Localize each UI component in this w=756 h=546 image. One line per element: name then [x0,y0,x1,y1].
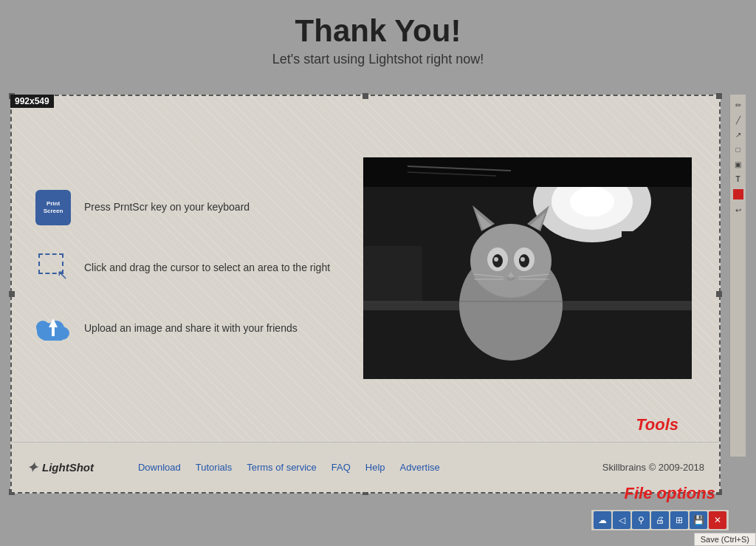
step-upload: Upload an image and share it with your f… [34,310,343,348]
steps-panel: PrintScreen Press PrntScr key on your ke… [34,111,357,426]
handle-mid-left[interactable] [9,291,15,297]
cloud-upload-icon [34,310,72,348]
fo-save-btn[interactable]: 💾 [690,511,707,529]
color-picker-red[interactable] [733,189,743,199]
page-title: Thank You! [0,13,756,49]
cursor-arrow-icon: ↖ [57,267,68,283]
step3-text: Upload an image and share it with your f… [84,321,298,336]
footer-link-download[interactable]: Download [138,462,181,473]
printscreen-icon: PrintScreen [34,188,72,227]
svg-point-19 [470,224,551,298]
blur-tool-btn[interactable]: ▣ [732,158,744,170]
handle-top-mid[interactable] [362,93,368,99]
step-select: ↖ Click and drag the cursor to select an… [34,249,343,287]
tools-label: Tools [636,415,678,434]
fo-upload-btn[interactable]: ☁ [594,511,611,529]
step2-text: Click and drag the cursor to select an a… [84,261,330,276]
line-tool-btn[interactable]: ╱ [732,114,744,126]
footer-logo: ✦ LightShot [27,460,94,476]
footer-logo-text: LightShot [42,461,94,474]
cat-image-panel [357,111,697,426]
footer-link-advertise[interactable]: Advertise [400,462,440,473]
selection-box-icon: ↖ [35,250,71,286]
text-tool-btn[interactable]: T [732,173,744,185]
footer-bar: ✦ LightShot Download Tutorials Terms of … [12,442,719,492]
footer-link-tutorials[interactable]: Tutorials [196,462,232,473]
footer-link-faq[interactable]: FAQ [331,462,351,473]
footer-nav: Download Tutorials Terms of service FAQ … [138,462,440,473]
frame-content: PrintScreen Press PrntScr key on your ke… [12,96,719,440]
printscreen-label: PrintScreen [44,200,63,216]
undo-tool-btn[interactable]: ↩ [732,204,744,216]
save-hint: Save (Ctrl+S) [694,533,756,546]
svg-point-29 [520,257,525,262]
handle-top-right[interactable] [716,93,722,99]
cat-scene-svg [363,157,692,379]
fo-close-btn[interactable]: ✕ [709,511,726,529]
page-subtitle: Let's start using Lightshot right now! [0,52,756,67]
svg-point-28 [494,257,498,262]
arrow-tool-btn[interactable]: ↗ [732,129,744,140]
right-toolbar: ✏ ╱ ↗ □ ▣ T ↩ [729,95,746,457]
fo-share-btn[interactable]: ◁ [613,511,630,529]
footer-copyright: Skillbrains © 2009-2018 [602,462,704,473]
page-header: Thank You! Let's start using Lightshot r… [0,0,756,75]
pencil-tool-btn[interactable]: ✏ [732,99,744,111]
fo-copy-btn[interactable]: ⊞ [670,511,688,529]
rect-tool-btn[interactable]: □ [732,143,744,155]
screenshot-frame: PrintScreen Press PrntScr key on your ke… [10,95,721,494]
svg-point-10 [570,187,614,216]
handle-mid-right[interactable] [716,291,722,297]
step-printscreen: PrintScreen Press PrntScr key on your ke… [34,188,343,227]
selection-cursor-icon: ↖ [34,249,72,287]
lightshot-logo-icon: ✦ [27,460,38,476]
svg-point-36 [522,305,559,332]
dimension-badge: 992x549 [10,95,54,108]
fo-search-btn[interactable]: ⚲ [632,511,650,529]
file-options-label: File options [625,484,715,503]
svg-point-37 [467,307,499,330]
step1-text: Press PrntScr key on your keyboard [84,200,250,215]
footer-link-tos[interactable]: Terms of service [247,462,317,473]
fo-print-btn[interactable]: 🖨 [651,511,669,529]
cloud-svg [34,311,72,347]
printscreen-button-icon: PrintScreen [35,190,71,225]
file-options-bar: ☁ ◁ ⚲ 🖨 ⊞ 💾 ✕ [591,509,729,531]
cat-image [363,157,692,379]
footer-link-help[interactable]: Help [365,462,385,473]
